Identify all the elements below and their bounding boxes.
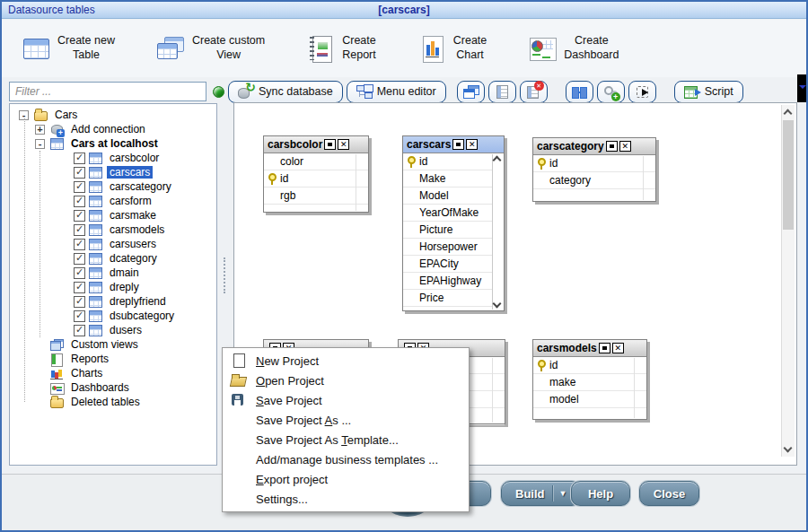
table-checkbox[interactable]: ✓ [74, 239, 85, 250]
entity-table[interactable]: carsmodels ✕ id make [532, 339, 647, 420]
field-row[interactable]: Model [403, 188, 504, 205]
tree-item[interactable]: ✓ dusers [10, 323, 216, 337]
tree-item[interactable]: ✓ carscategory [10, 179, 216, 194]
tree-item[interactable]: ✓ carsmodels [10, 222, 216, 237]
field-row[interactable]: rgb [264, 188, 368, 205]
expand-toggle[interactable]: + [35, 125, 45, 135]
field-row[interactable]: Picture [403, 222, 504, 239]
cascade-windows-button[interactable] [457, 81, 485, 103]
build-dropdown[interactable]: ▼ [552, 485, 567, 501]
create-toolbar-button[interactable]: Create new Table [22, 34, 115, 63]
table-checkbox[interactable]: ✓ [74, 153, 85, 164]
field-row[interactable]: Make [403, 170, 504, 188]
filter-input[interactable] [9, 82, 206, 101]
create-toolbar-button[interactable]: Create Report [306, 34, 376, 63]
field-row[interactable]: YearOfMake [403, 205, 504, 222]
tree-item[interactable]: - ✓ Cars [10, 108, 216, 122]
entity-header[interactable]: carsbcolor ✕ [264, 136, 368, 153]
tree-item[interactable]: ✓ Custom views [10, 337, 216, 352]
field-row[interactable]: EPACity [403, 256, 504, 273]
tree-item[interactable]: ✓ dsubcategory [10, 309, 216, 323]
scrollbar-thumb[interactable] [783, 120, 794, 230]
entity-scrollbar[interactable] [492, 154, 504, 310]
menu-editor-button[interactable]: Menu editor [347, 81, 446, 103]
table-checkbox[interactable]: ✓ [74, 267, 85, 279]
tree-item[interactable]: ✓ dcategory [10, 251, 216, 266]
entity-close-button[interactable]: ✕ [619, 141, 631, 152]
tree-item[interactable]: ✓ carsmake [10, 208, 216, 222]
add-relation-button[interactable] [597, 81, 625, 103]
menu-item[interactable]: Save Project As ... [223, 410, 469, 430]
tree-item[interactable]: ✓ carsbcolor [10, 151, 216, 165]
tree-item[interactable]: ✓ dreplyfriend [10, 294, 216, 309]
entity-header[interactable]: carscategory ✕ [533, 138, 655, 155]
field-row[interactable]: make [533, 374, 646, 391]
tree-item[interactable]: ✓ carsusers [10, 237, 216, 251]
entity-table[interactable]: carscategory ✕ id category [532, 137, 656, 202]
tree-item[interactable]: ✓ Reports [10, 352, 216, 366]
field-row[interactable]: Horsepower [403, 239, 504, 256]
field-row[interactable]: id [533, 357, 646, 374]
table-checkbox[interactable]: ✓ [74, 224, 85, 236]
field-row[interactable]: id [264, 170, 368, 188]
table-checkbox[interactable]: ✓ [74, 325, 85, 336]
tree-item[interactable]: ✓ dreply [10, 280, 216, 294]
field-list-button[interactable] [488, 81, 516, 103]
tree-item[interactable]: ✓ Dashboards [10, 380, 216, 395]
entity-header[interactable]: carscars ✕ [403, 136, 504, 153]
field-row[interactable]: id [533, 155, 655, 172]
entity-table[interactable]: carsbcolor ✕ color id [263, 135, 369, 213]
create-toolbar-button[interactable]: Create Dashboard [528, 34, 619, 63]
tree-item[interactable]: ✓ dmain [10, 266, 216, 280]
entity-close-button[interactable]: ✕ [466, 139, 478, 150]
entity-table[interactable]: carscars ✕ id Make [402, 135, 505, 311]
entity-minimize-button[interactable] [599, 343, 610, 353]
table-checkbox[interactable]: ✓ [74, 167, 85, 179]
table-checkbox[interactable]: ✓ [74, 210, 85, 222]
entity-close-button[interactable]: ✕ [612, 343, 624, 353]
scroll-up-icon[interactable] [493, 156, 502, 165]
table-checkbox[interactable]: ✓ [74, 296, 85, 308]
table-checkbox[interactable]: ✓ [74, 310, 85, 322]
field-row[interactable]: Price [403, 290, 504, 307]
field-row[interactable]: model [533, 391, 646, 408]
create-toolbar-button[interactable]: Create Chart [417, 34, 487, 63]
entity-minimize-button[interactable] [324, 139, 336, 150]
menu-item[interactable]: Save Project [223, 390, 469, 410]
tree-item[interactable]: ✓ carsform [10, 194, 216, 208]
tree-item[interactable]: + ✓ Add connection [10, 122, 216, 136]
create-toolbar-button[interactable]: Create custom View [156, 34, 265, 63]
field-row[interactable]: EPAHighway [403, 273, 504, 290]
entity-header[interactable]: carsmodels ✕ [533, 340, 646, 357]
scroll-down-icon[interactable] [784, 444, 793, 453]
tree-item[interactable]: - ✓ Cars at localhost [10, 136, 216, 151]
scroll-down-icon[interactable] [493, 300, 502, 309]
tree-item[interactable]: ✓ Deleted tables [10, 395, 216, 409]
tree-item[interactable]: ✓ carscars [10, 165, 216, 179]
auto-arrange-button[interactable] [628, 81, 656, 103]
field-row[interactable]: category [533, 172, 655, 189]
table-checkbox[interactable]: ✓ [74, 282, 85, 293]
menu-item[interactable]: Save Project As Template... [223, 430, 469, 449]
diagram-vertical-scrollbar[interactable] [781, 105, 795, 457]
menu-item[interactable]: Settings... [223, 489, 469, 509]
table-checkbox[interactable]: ✓ [74, 196, 85, 207]
menu-item[interactable]: Add/manage business templates ... [223, 449, 469, 469]
table-checkbox[interactable]: ✓ [74, 253, 85, 265]
split-panes-button[interactable] [566, 81, 593, 103]
script-button[interactable]: Script [674, 81, 743, 103]
entity-minimize-button[interactable] [606, 141, 618, 152]
sync-database-button[interactable]: Sync database [228, 81, 343, 103]
close-button[interactable]: Close [639, 481, 699, 506]
help-button[interactable]: Help [571, 481, 630, 506]
menu-item[interactable]: New Project [223, 351, 469, 371]
build-button[interactable]: Build ▼ [501, 481, 581, 506]
table-checkbox[interactable]: ✓ [74, 181, 85, 193]
tree-item[interactable]: ✓ Charts [10, 366, 216, 380]
toolbar-overflow-button[interactable] [797, 74, 808, 102]
entity-minimize-button[interactable] [452, 139, 464, 150]
scroll-up-icon[interactable] [784, 109, 793, 118]
remove-field-list-button[interactable] [520, 81, 548, 103]
menu-item[interactable]: Open Project [223, 371, 469, 390]
menu-item[interactable]: Export project [223, 469, 469, 489]
